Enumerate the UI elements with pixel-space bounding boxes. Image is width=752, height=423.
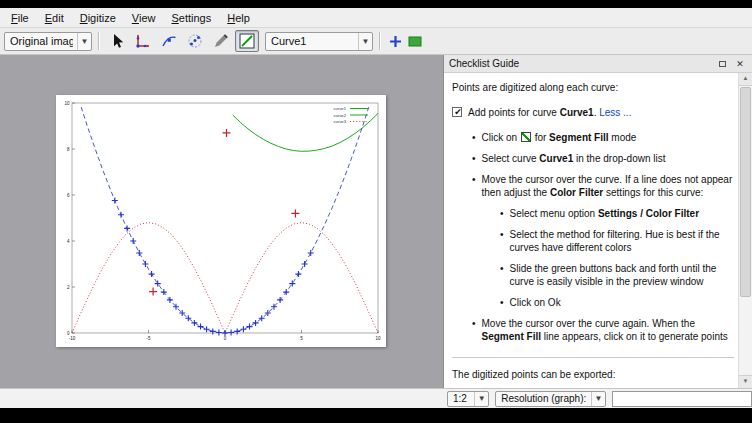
status-bar: 1:2 ▼ Resolution (graph): ▼ xyxy=(0,388,752,408)
digitized-point-markers xyxy=(112,198,314,337)
status-kind-select[interactable]: Resolution (graph): ▼ xyxy=(495,391,606,407)
checklist-content: Points are digitized along each curve: A… xyxy=(444,73,752,388)
scroll-up-button[interactable]: ▲ xyxy=(739,73,752,86)
section-divider xyxy=(452,357,734,358)
segment-fill-icon xyxy=(521,132,531,142)
curve-select[interactable]: Curve1 ▼ xyxy=(265,32,373,51)
curve-point-tool-button[interactable] xyxy=(157,30,181,52)
legend-label: curve2 xyxy=(333,113,346,118)
legend-label: curve3 xyxy=(333,119,346,124)
menu-item-settings[interactable]: Settings xyxy=(163,10,219,26)
bullet-icon: • xyxy=(472,317,476,330)
chevron-down-icon: ▼ xyxy=(358,33,372,50)
curve-select-value: Curve1 xyxy=(271,35,354,47)
point-match-icon xyxy=(186,32,204,50)
checklist-bullet: •Select curve Curve1 in the drop-down li… xyxy=(472,152,734,165)
chevron-down-icon: ▼ xyxy=(591,392,605,406)
status-kind-select-value: Resolution (graph): xyxy=(501,393,587,404)
x-tick-label: -10 xyxy=(69,336,76,341)
checklist-task-add-points: Add points for curve Curve1. Less ... xyxy=(452,106,734,119)
dock-title-bar: Checklist Guide ✕ xyxy=(444,55,752,73)
screen: FileEditDigitizeViewSettingsHelp Origina… xyxy=(0,0,752,423)
export-intro: The digitized points can be exported: xyxy=(452,368,734,381)
legend-label: curve1 xyxy=(333,106,346,111)
segment-fill-tool-button[interactable] xyxy=(235,30,259,52)
bold-text: Segment Fill xyxy=(482,331,541,342)
graph-image[interactable]: -10-505100246810curve1curve2curve3 xyxy=(56,95,386,347)
plot-frame xyxy=(72,103,378,333)
x-tick-label: 5 xyxy=(300,336,303,341)
checklist-bullet: •Select menu option Settings / Color Fil… xyxy=(500,207,734,220)
x-tick-label: 10 xyxy=(375,336,381,341)
checklist-bullet: •Move the cursor over the curve. If a li… xyxy=(472,173,734,199)
zoom-select[interactable]: 1:2 ▼ xyxy=(447,391,489,407)
zoom-select-value: 1:2 xyxy=(453,393,470,404)
bold-text: Curve1 xyxy=(560,107,594,118)
dock-scrollbar[interactable]: ▲ ▼ xyxy=(738,73,752,388)
bold-text: Settings / Color Filter xyxy=(598,208,699,219)
blue-plus-icon xyxy=(388,34,403,49)
x-tick-label: -5 xyxy=(146,336,150,341)
scroll-down-button[interactable]: ▼ xyxy=(739,375,752,388)
checklist-bullet: •Click on for Segment Fill mode xyxy=(472,131,734,144)
bullet-icon: • xyxy=(500,207,504,220)
color-picker-icon xyxy=(212,32,230,50)
y-tick-label: 0 xyxy=(67,331,70,336)
float-icon xyxy=(719,61,726,67)
axis-point-tool-button[interactable] xyxy=(131,30,155,52)
point-match-tool-button[interactable] xyxy=(183,30,207,52)
bold-text: Curve1 xyxy=(539,153,573,164)
close-panel-button[interactable]: ✕ xyxy=(733,57,747,71)
menu-item-file[interactable]: File xyxy=(3,10,37,26)
chevron-down-icon: ▼ xyxy=(77,33,91,50)
checklist-intro: Points are digitized along each curve: xyxy=(452,81,734,94)
scrollbar-thumb[interactable] xyxy=(740,87,751,297)
float-panel-button[interactable] xyxy=(715,57,729,71)
bullet-icon: • xyxy=(500,262,504,275)
add-points-checkbox[interactable] xyxy=(452,107,462,117)
background-select[interactable]: Original image ▼ xyxy=(4,32,92,51)
curve-point-style-swatch xyxy=(386,31,404,51)
status-value-field[interactable] xyxy=(612,391,752,407)
menu-item-view[interactable]: View xyxy=(124,10,164,26)
y-tick-label: 8 xyxy=(67,147,70,152)
axis-point-markers xyxy=(149,129,299,296)
bullet-icon: • xyxy=(472,152,476,165)
checklist-bullet: •Slide the green buttons back and forth … xyxy=(500,262,734,288)
y-tick-label: 10 xyxy=(64,101,70,106)
curve-point-icon xyxy=(160,32,178,50)
color-picker-tool-button[interactable] xyxy=(209,30,233,52)
main-area: -10-505100246810curve1curve2curve3 Check… xyxy=(0,55,752,388)
arrow-cursor-icon xyxy=(108,32,126,50)
toolbar-separator xyxy=(98,32,99,50)
background-select-value: Original image xyxy=(10,35,73,47)
bullet-icon: • xyxy=(500,228,504,241)
chevron-down-icon: ▼ xyxy=(474,392,488,406)
y-tick-label: 6 xyxy=(67,193,70,198)
checklist-bullet: •Select the method for filtering. Hue is… xyxy=(500,228,734,254)
segment-fill-icon xyxy=(239,33,255,49)
graph-viewport[interactable]: -10-505100246810curve1curve2curve3 xyxy=(0,55,444,388)
x-tick-label: 0 xyxy=(224,336,227,341)
curve-line-color-swatch xyxy=(406,31,424,51)
bold-text: Segment Fill xyxy=(549,132,608,143)
checklist-guide-panel: Checklist Guide ✕ Points are digitized a… xyxy=(444,55,752,388)
y-tick-label: 2 xyxy=(67,285,70,290)
red-dotted-curve xyxy=(72,223,378,333)
blue-dashed-curve xyxy=(81,107,369,333)
bullet-icon: • xyxy=(500,296,504,309)
checklist-bullets: •Click on for Segment Fill mode•Select c… xyxy=(452,131,734,343)
checklist-bullet: •Click on Ok xyxy=(500,296,734,309)
menu-item-help[interactable]: Help xyxy=(219,10,258,26)
menu-item-digitize[interactable]: Digitize xyxy=(72,10,124,26)
checklist-bullet: •Move the cursor over the curve again. W… xyxy=(472,317,734,343)
select-tool-button[interactable] xyxy=(105,30,129,52)
toolbar-separator xyxy=(379,32,380,50)
app-window: FileEditDigitizeViewSettingsHelp Origina… xyxy=(0,8,752,408)
checklist-link[interactable]: Less ... xyxy=(599,107,631,118)
task-add-points-text: Add points for curve Curve1. Less ... xyxy=(468,106,631,119)
menu-bar: FileEditDigitizeViewSettingsHelp xyxy=(0,8,752,28)
green-swatch-icon xyxy=(407,34,423,49)
menu-item-edit[interactable]: Edit xyxy=(37,10,72,26)
toolbar: Original image ▼ xyxy=(0,28,752,55)
